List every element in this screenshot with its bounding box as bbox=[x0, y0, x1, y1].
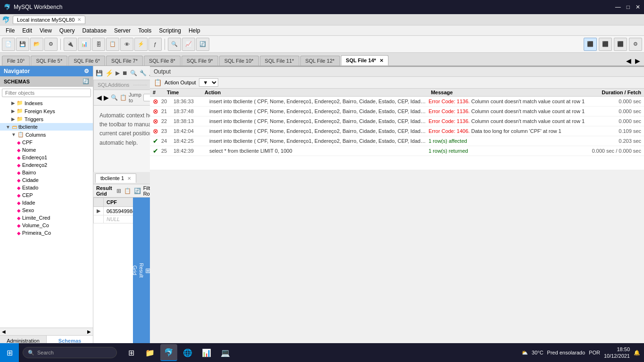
maximize-button[interactable]: □ bbox=[627, 4, 630, 10]
sql-tab-14-close[interactable]: ✕ bbox=[380, 58, 383, 63]
start-button[interactable]: ⊞ bbox=[0, 343, 19, 362]
tb-connect[interactable]: 🔌 bbox=[64, 38, 77, 51]
sql-tb-explain[interactable]: 🔍 bbox=[130, 68, 138, 78]
tree-col-primeira[interactable]: ◆ Primeira_Co bbox=[0, 229, 93, 237]
menu-tools[interactable]: Tools bbox=[134, 26, 155, 35]
menu-help[interactable]: Help bbox=[185, 26, 204, 35]
taskbar-mysql-btn[interactable]: 🐬 bbox=[160, 344, 177, 361]
tb-config[interactable]: ⚙ bbox=[629, 38, 642, 51]
tb-new-file[interactable]: 📄 bbox=[2, 38, 15, 51]
tb-perf[interactable]: 📈 bbox=[182, 38, 195, 51]
taskbar-view-btn[interactable]: ⊞ bbox=[123, 344, 140, 361]
sql-tab-10[interactable]: SQL File 10* bbox=[219, 56, 259, 66]
output-row-22[interactable]: ⊗ 22 18:38:13 insert into tbcliente ( CP… bbox=[150, 116, 644, 126]
sql-tab-5[interactable]: SQL File 5* bbox=[31, 56, 67, 66]
tree-col-endereco1[interactable]: ◆ Endereço1 bbox=[0, 154, 93, 161]
tree-item-columns[interactable]: ▼ 📋 Columns bbox=[0, 131, 93, 139]
tb-layout2[interactable]: ⬛ bbox=[599, 38, 612, 51]
sql-tab-8[interactable]: SQL File 8* bbox=[144, 56, 181, 66]
output-row-20[interactable]: ⊗ 20 18:36:33 insert into tbcliente ( CP… bbox=[150, 97, 644, 107]
sql-tb-save[interactable]: 💾 bbox=[95, 68, 103, 78]
tree-col-cep[interactable]: ◆ CEP bbox=[0, 191, 93, 199]
tb-inspector[interactable]: 🔍 bbox=[168, 38, 181, 51]
tree-col-bairro[interactable]: ◆ Bairro bbox=[0, 169, 93, 176]
menu-edit[interactable]: Edit bbox=[18, 26, 36, 35]
sql-tab-12[interactable]: SQL File 12* bbox=[300, 56, 340, 66]
menu-query[interactable]: Query bbox=[56, 26, 79, 35]
col-header-cpf[interactable]: CPF bbox=[104, 198, 133, 207]
output-row-25[interactable]: ✔ 25 18:42:39 select * from tbcliente LI… bbox=[150, 146, 644, 156]
tree-item-tbcliente[interactable]: ▼ 🗃 tbcliente bbox=[0, 123, 93, 131]
result-tab-tbcliente[interactable]: tbcliente 1 ✕ bbox=[95, 173, 136, 183]
sql-add-search-icon[interactable]: 🔍 bbox=[111, 94, 118, 101]
cell-cpf[interactable]: 06359499841 bbox=[104, 207, 133, 215]
instance-tab[interactable]: Local instance MySQL80 ✕ bbox=[13, 16, 85, 24]
tb-settings[interactable]: ⚙ bbox=[44, 38, 58, 51]
grid-tb-form-icon[interactable]: 📋 bbox=[124, 186, 132, 196]
taskbar-code-btn[interactable]: 💻 bbox=[217, 344, 234, 361]
tree-item-indexes[interactable]: ▶ 📁 Indexes bbox=[0, 99, 93, 107]
sql-tab-7[interactable]: SQL File 7* bbox=[106, 56, 143, 66]
sql-add-fwd-icon[interactable]: ▶ bbox=[104, 94, 109, 101]
tb-layout1[interactable]: ⬛ bbox=[584, 38, 597, 51]
tree-col-idade[interactable]: ◆ Idade bbox=[0, 199, 93, 206]
tree-col-endereco2[interactable]: ◆ Endereço2 bbox=[0, 161, 93, 169]
menu-file[interactable]: File bbox=[2, 26, 18, 35]
taskbar-chrome-btn[interactable]: 🌐 bbox=[179, 344, 196, 361]
menu-view[interactable]: View bbox=[36, 26, 56, 35]
tab-nav-prev[interactable]: ◀ bbox=[624, 56, 633, 66]
tb-schema[interactable]: 🗄 bbox=[92, 38, 105, 51]
menu-scripting[interactable]: Scripting bbox=[155, 26, 185, 35]
sql-tb-beautiful[interactable]: 🔧 bbox=[139, 68, 147, 78]
tb-view[interactable]: 👁 bbox=[120, 38, 133, 51]
instance-tab-close[interactable]: ✕ bbox=[77, 17, 81, 22]
sql-add-back-icon[interactable]: ◀ bbox=[97, 94, 102, 101]
tb-open[interactable]: 📂 bbox=[30, 38, 43, 51]
minimize-button[interactable]: — bbox=[615, 4, 621, 10]
sql-tab-11[interactable]: SQL File 11* bbox=[260, 56, 299, 66]
tb-table[interactable]: 📋 bbox=[106, 38, 119, 51]
table-row[interactable]: ▶ 06359499841 Jão da Silva Rua Projeta A… bbox=[94, 207, 133, 215]
sql-tab-6[interactable]: SQL File 6* bbox=[68, 56, 105, 66]
tree-col-estado[interactable]: ◆ Estado bbox=[0, 184, 93, 191]
sql-tb-exec[interactable]: ⚡ bbox=[105, 68, 114, 78]
menu-database[interactable]: Database bbox=[79, 26, 110, 35]
output-row-23[interactable]: ⊗ 23 18:42:04 insert into tbcliente ( CP… bbox=[150, 126, 644, 136]
tb-query[interactable]: 📊 bbox=[78, 38, 91, 51]
nav-collapse-icon[interactable]: ◀ bbox=[2, 329, 6, 334]
result-tab-close[interactable]: ✕ bbox=[127, 176, 131, 181]
language-indicator[interactable]: POR bbox=[589, 350, 600, 355]
sql-tb-exec-current[interactable]: ▶ bbox=[115, 68, 120, 78]
navigator-options-icon[interactable]: ⚙ bbox=[84, 68, 89, 74]
menu-server[interactable]: Server bbox=[110, 26, 134, 35]
data-grid[interactable]: CPF Nome Endereço1 Endereço2 Bairro Cida… bbox=[93, 197, 133, 343]
jump-to-input[interactable] bbox=[143, 94, 150, 101]
sql-tab-file10[interactable]: File 10° bbox=[2, 56, 30, 66]
sql-add-copy-icon[interactable]: 📋 bbox=[120, 94, 127, 101]
tb-func[interactable]: ƒ bbox=[149, 38, 162, 51]
tree-item-triggers[interactable]: ▶ 📁 Triggers bbox=[0, 115, 93, 123]
tb-procedure[interactable]: ⚡ bbox=[134, 38, 148, 51]
tab-nav-next[interactable]: ▶ bbox=[633, 56, 642, 66]
taskbar-search[interactable]: 🔍 Search bbox=[23, 347, 117, 358]
tb-layout3[interactable]: ⬛ bbox=[614, 38, 627, 51]
tree-col-nome[interactable]: ◆ Nome bbox=[0, 146, 93, 154]
taskbar-excel-btn[interactable]: 📊 bbox=[198, 344, 215, 361]
sql-tab-14[interactable]: SQL File 14* ✕ bbox=[341, 55, 388, 66]
taskbar-files-btn[interactable]: 📁 bbox=[141, 344, 158, 361]
grid-tb-refresh[interactable]: 🔄 bbox=[133, 186, 141, 196]
tree-col-limite[interactable]: ◆ Limite_Cred bbox=[0, 214, 93, 222]
tb-save[interactable]: 💾 bbox=[16, 38, 29, 51]
tree-col-cidade[interactable]: ◆ Cidade bbox=[0, 176, 93, 184]
close-button[interactable]: ✕ bbox=[636, 4, 640, 10]
tb-migration[interactable]: 🔄 bbox=[196, 38, 209, 51]
tree-col-volume[interactable]: ◆ Volume_Co bbox=[0, 222, 93, 229]
schemas-refresh-icon[interactable]: 🔄 bbox=[83, 78, 89, 84]
nav-expand-icon[interactable]: ▶ bbox=[87, 329, 91, 334]
sql-tab-9[interactable]: SQL File 9* bbox=[182, 56, 218, 66]
action-output-select[interactable]: ▼ bbox=[199, 78, 218, 87]
sql-tb-stop[interactable]: ⏹ bbox=[122, 68, 128, 78]
output-row-21[interactable]: ⊗ 21 18:37:48 insert into tbcliente ( CP… bbox=[150, 107, 644, 116]
grid-tb-table-icon[interactable]: ⊞ bbox=[116, 186, 122, 196]
output-row-24[interactable]: ✔ 24 18:42:25 insert into tbcliente ( CP… bbox=[150, 136, 644, 146]
